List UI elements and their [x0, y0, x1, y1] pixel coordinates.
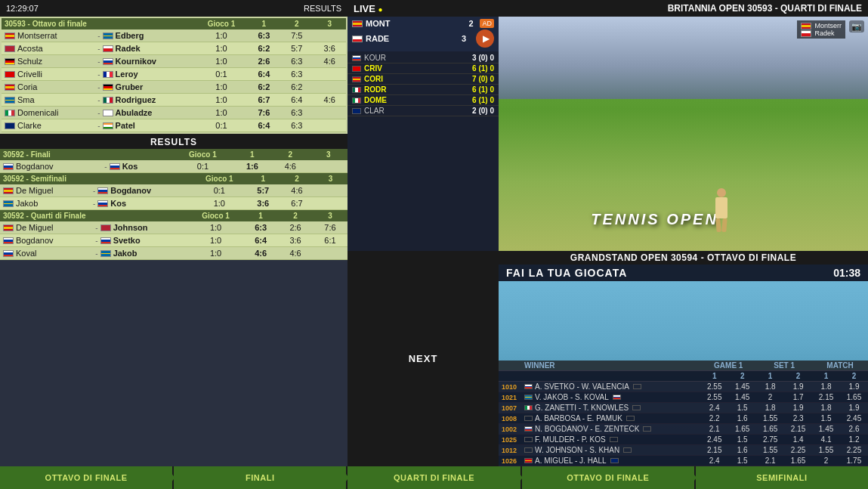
live-p2-name: RADE [366, 34, 455, 43]
gb-flag [5, 122, 15, 129]
rodr-flag [352, 87, 361, 93]
rade-flag [352, 36, 363, 42]
table-row: Montserrat - Edberg 1:0 6:3 7:5 [2, 29, 346, 42]
fai-la-tua-text: FAI LA TUA GIOCATA [506, 267, 627, 279]
figure-right-leg [721, 218, 727, 232]
de-flag [103, 84, 113, 91]
list-item: KOUR 3 (0) 0 [348, 53, 499, 63]
live-p1-name: MONT [366, 19, 462, 28]
tennis-logo: TENNIS OPEN [591, 211, 718, 228]
ge-flag [103, 110, 113, 116]
ottavo-group-header: 30593 - Ottavo di finale [2, 18, 195, 29]
es-flag [3, 187, 14, 194]
nav-item-ottavo-di-finale[interactable]: OTTAVO DI FINALE [522, 466, 696, 489]
table-row: Koval - Jakob 1:0 4:6 4:6 [0, 247, 348, 260]
fai-la-tua-bar: FAI LA TUA GIOCATA 01:38 [499, 265, 868, 281]
clock: 12:29:07 [6, 4, 39, 13]
live-match-box: MONT 2 AD RADE 3 ▶ [348, 17, 499, 51]
cz-flag [103, 45, 113, 52]
video-score-overlay: Montserr Radek [797, 20, 845, 39]
ru-flag [3, 237, 14, 244]
table-row: Bogdanov - Svetko 1:0 6:4 3:6 6:1 [0, 234, 348, 247]
list-item: RODR 6 (1) 0 [348, 85, 499, 95]
es-flag [5, 84, 15, 91]
table-row: Coria - Gruber 1:0 6:2 6:2 [2, 81, 346, 94]
match-col-header: MATCH [812, 361, 868, 371]
ru-flag [103, 58, 113, 65]
table-row: Sma - Rodriguez 1:0 6:7 6:4 4:6 [2, 94, 346, 107]
navigation-bar: OTTAVO DI FINALEFINALIQUARTI DI FINALEOT… [0, 466, 868, 489]
list-item: CLAR 2 (0) 0 [348, 106, 499, 116]
live-ad-badge: AD [480, 19, 494, 28]
list-item: 1007 G. ZANETTI - T. KNOWLES 2.4 1.5 1.8… [499, 403, 868, 413]
results-bottom-header: RESULTS [0, 135, 348, 149]
es-flag [3, 224, 14, 231]
live-header-label: LIVE ● [354, 3, 383, 14]
winner-col-header: WINNER [521, 361, 700, 371]
nav-item-semifinali[interactable]: SEMIFINALI [696, 466, 868, 489]
us-flag [5, 45, 15, 52]
mont-flag [352, 20, 363, 27]
ch-flag [5, 71, 15, 78]
grandstand-panel: GRANDSTAND OPEN 30594 - OTTAVO DI FINALE… [499, 251, 868, 466]
ru-flag [110, 163, 120, 170]
nav-item-finali[interactable]: FINALI [174, 466, 348, 489]
live-ball-icon: ● [378, 5, 383, 14]
bottom-results-panel: 30592 - Finali Gioco 1 1 2 3 Bogdanov - … [0, 149, 348, 260]
video-area: TENNIS OPEN Montser [499, 17, 868, 251]
list-item: 1025 F. MULDER - P. KOS 2.45 1.5 2.75 1.… [499, 435, 868, 445]
list-item: 1026 A. MIGUEL - J. HALL 2.4 1.5 2.1 1.6… [499, 456, 868, 466]
cori-flag [352, 76, 361, 82]
betting-table-container: WINNER GAME 1 SET 1 MATCH 1 [499, 361, 868, 466]
ru-flag [97, 200, 108, 207]
list-item: DOME 6 (1) 0 [348, 95, 499, 106]
betting-timer: 01:38 [833, 267, 860, 279]
top-bar: 12:29:07 RESULTS LIVE ● BRITANNIA OPEN 3… [0, 0, 868, 17]
figure-torso [715, 197, 727, 218]
se-flag [5, 97, 15, 104]
live-section: MONT 2 AD RADE 3 ▶ [348, 17, 499, 251]
game1-col-header: GAME 1 [700, 361, 756, 371]
play-icon: ▶ [483, 33, 490, 44]
table-row: De Miguel - Johnson 1:0 6:3 2:6 7:6 [0, 221, 348, 234]
table-row: Crivelli - Leroy 0:1 6:4 6:3 [2, 68, 346, 81]
figure-legs [716, 218, 727, 232]
table-row: Jakob - Kos 1:0 3:6 6:7 [0, 197, 348, 210]
figure-left-leg [715, 218, 721, 232]
britannia-title: BRITANNIA OPEN 30593 - QUARTI DI FINALE [668, 3, 862, 14]
mx-flag [103, 97, 113, 104]
es-flag [5, 32, 15, 39]
ru-flag [3, 163, 14, 170]
nav-item-ottavo-di-finale[interactable]: OTTAVO DI FINALE [0, 466, 174, 489]
table-row: Acosta - Radek 1:0 6:2 5:7 3:6 [2, 42, 346, 55]
it-flag [5, 110, 15, 116]
list-item: 1002 N. BOGDANOV - E. ZENTECK 2.1 1.65 1… [499, 424, 868, 435]
clar-flag [352, 108, 361, 114]
se-flag [3, 200, 14, 207]
kour-flag [352, 55, 361, 61]
list-item: 1010 A. SVETKO - W. VALENCIA 2.55 1.45 1… [499, 382, 868, 392]
results-header: RESULTS [304, 4, 341, 13]
list-item: CORI 7 (0) 0 [348, 74, 499, 85]
in-flag [103, 122, 113, 129]
live-p1-score: 2 [465, 19, 477, 28]
next-header: NEXT [348, 251, 499, 466]
nav-item-quarti-di-finale[interactable]: QUARTI DI FINALE [348, 466, 521, 489]
top-results-panel: 30593 - Ottavo di finale Gioco 1 1 2 3 M… [0, 17, 348, 134]
betting-area: FAI LA TUA GIOCATA 01:38 WINNER GA [499, 265, 868, 466]
figure-head [717, 188, 726, 197]
ru-flag [100, 237, 111, 244]
camera-icon[interactable]: 📷 [849, 20, 864, 32]
list-item: 1008 A. BARBOSA - E. PAMUK 2.2 1.6 1.55 … [499, 413, 868, 424]
player-figure [715, 188, 727, 232]
grandstand-header: GRANDSTAND OPEN 30594 - OTTAVO DI FINALE [499, 251, 868, 265]
play-button[interactable]: ▶ [476, 29, 494, 48]
se-flag [103, 32, 113, 39]
set1-col-header: SET 1 [756, 361, 812, 371]
table-row: Clarke - Patel 0:1 6:4 6:3 [2, 119, 346, 132]
se-flag [100, 250, 111, 257]
us-flag [100, 224, 111, 231]
table-row: Bogdanov - Kos 0:1 1:6 4:6 [0, 160, 348, 173]
table-row: Schulz - Kournikov 1:0 2:6 6:3 4:6 [2, 55, 346, 68]
criv-flag [352, 66, 361, 72]
